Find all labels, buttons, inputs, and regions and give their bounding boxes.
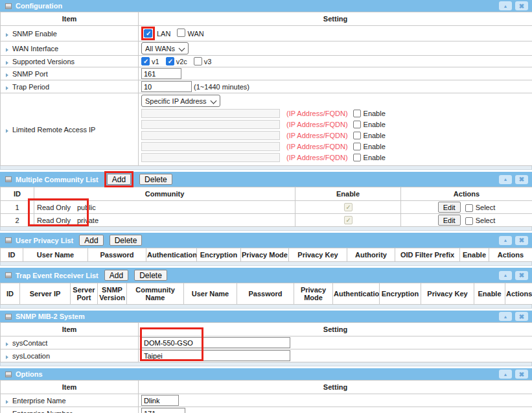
collapse-button[interactable]: ▲ [499,370,512,379]
collapse-button[interactable]: ▲ [499,236,512,245]
remote-ip-enable-checkbox[interactable] [353,110,361,117]
privacy-add-button[interactable]: Add [79,235,103,246]
syscontact-input[interactable] [141,337,290,348]
remote-ip-enable-checkbox[interactable] [353,154,361,161]
table-row: SNMP Port [1,67,532,80]
bullet-arrow-icon [6,400,8,404]
community-add-button[interactable]: Add [107,174,131,185]
table-row: Trap Period (1~1440 minutes) [1,80,532,93]
privacy-delete-button[interactable]: Delete [110,235,143,246]
bullet-arrow-icon [6,355,8,359]
column-header: OID Filter Prefix [395,248,460,262]
ip-fqdn-hint: (IP Address/FQDN) [286,110,348,117]
snmp-port-label: SNMP Port [12,70,48,78]
column-header-item: Item [1,381,139,394]
table-row: Enterprise Number [1,407,532,413]
enterprise-name-input[interactable] [141,395,179,406]
snmp-port-input[interactable] [141,68,181,79]
highlight-box-add-button: Add [104,171,133,187]
community-mode: Read Only [37,204,77,211]
remote-ip-enable-checkbox[interactable] [353,143,361,150]
table-row: sysLocation [1,349,532,362]
ip-fqdn-hint: (IP Address/FQDN) [286,154,348,161]
select-label: Select [476,217,496,224]
wan-label: WAN [187,30,203,38]
column-header: Community Name [127,283,184,305]
column-header: Enable [460,248,489,262]
section-title: Trap Event Receiver List [16,272,98,279]
remote-ip-input[interactable] [141,120,280,129]
section-snmp-mib2-system: SNMP MIB-2 System ▲ ✖ Item Setting sysCo… [0,311,532,366]
user-privacy-table: ID User Name Password Authentication Enc… [0,248,532,262]
remote-ip-input[interactable] [141,109,280,118]
section-configuration: Configuration ▲ ✖ Item Setting SNMP Enab… [0,0,532,170]
close-button[interactable]: ✖ [515,370,528,379]
close-button[interactable]: ✖ [515,236,528,245]
lan-checkbox[interactable] [144,29,152,38]
column-header: Privacy Key [289,248,347,262]
section-footer-strip [0,362,532,366]
collapse-button[interactable]: ▲ [499,1,512,10]
bullet-arrow-icon [6,342,8,346]
window-icon [5,3,12,9]
column-header: Authentication [146,248,197,262]
syslocation-input[interactable] [141,350,290,361]
section-options: Options ▲ ✖ Item Setting Enterprise Name… [0,368,532,413]
bullet-arrow-icon [6,86,8,90]
bullet-arrow-icon [6,73,8,77]
wan-interface-select[interactable]: All WANs [141,42,189,54]
remote-access-mode-select[interactable]: Specific IP Address [141,95,220,107]
v2c-checkbox[interactable] [166,57,174,65]
remote-ip-input[interactable] [141,142,280,151]
remote-ip-enable-checkbox[interactable] [353,132,361,139]
v2c-label: v2c [176,58,187,65]
close-button[interactable]: ✖ [515,271,528,280]
column-header: Server Port [71,283,98,305]
snmp-enable-label: SNMP Enable [12,30,57,38]
remote-ip-input[interactable] [141,131,280,140]
community-delete-button[interactable]: Delete [139,174,172,185]
enterprise-number-input[interactable] [141,408,185,413]
community-edit-button[interactable]: Edit [438,215,461,226]
collapse-button[interactable]: ▲ [499,271,512,280]
remote-ip-input[interactable] [141,153,280,162]
section-footer-strip [0,305,532,309]
close-button[interactable]: ✖ [515,175,528,184]
table-row: Supported Versions v1v2cv3 [1,56,532,67]
column-header: Server IP [20,283,71,305]
section-header-mib2: SNMP MIB-2 System ▲ ✖ [0,311,532,322]
remote-ip-row: (IP Address/FQDN)Enable [141,152,529,162]
wan-checkbox[interactable] [177,29,185,37]
syslocation-label: sysLocation [12,352,50,360]
column-header-setting: Setting [139,323,532,336]
community-select-checkbox[interactable] [465,204,473,212]
collapse-button[interactable]: ▲ [499,175,512,184]
column-header: Privacy Key [421,283,474,305]
trap-period-label: Trap Period [12,83,49,91]
section-header-options: Options ▲ ✖ [0,368,532,380]
v1-checkbox[interactable] [141,57,150,65]
enterprise-number-label: Enterprise Number [12,410,72,413]
community-select-checkbox[interactable] [465,217,473,225]
trap-period-input[interactable] [141,81,192,92]
trap-receiver-table: ID Server IP Server Port SNMP Version Co… [0,283,532,305]
remote-ip-row: (IP Address/FQDN)Enable [141,108,529,118]
section-title: Multiple Community List [16,176,98,183]
collapse-button[interactable]: ▲ [499,312,512,321]
column-header: Encryption [380,283,421,305]
column-header: Password [237,283,294,305]
remote-ip-enable-checkbox[interactable] [353,121,361,128]
column-header: Actions [401,187,532,201]
limited-remote-label: Limited Remote Access IP [12,126,95,134]
remote-ip-row: (IP Address/FQDN)Enable [141,119,529,129]
column-header: User Name [184,283,237,305]
v3-label: v3 [204,58,212,65]
trap-delete-button[interactable]: Delete [134,270,167,281]
close-button[interactable]: ✖ [515,312,528,321]
select-label: Select [476,204,496,211]
close-button[interactable]: ✖ [515,1,528,10]
v3-checkbox[interactable] [194,57,202,65]
trap-add-button[interactable]: Add [104,270,128,281]
column-header-setting: Setting [139,381,532,394]
community-edit-button[interactable]: Edit [438,202,461,213]
